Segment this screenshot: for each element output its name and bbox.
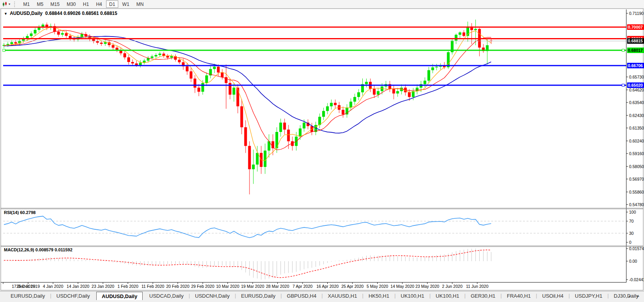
price-tick-label: 0.59160 <box>629 151 644 156</box>
date-tick-label: 25 Apr 2020 <box>341 284 364 289</box>
date-tick-label: 23 Jan 2020 <box>92 284 114 289</box>
date-tick-label: 7 Apr 2020 <box>293 284 313 289</box>
status-strip <box>0 300 644 302</box>
chart-tab-usdchf-daily[interactable]: USDCHF,Daily <box>51 291 95 300</box>
chart-tab-bar: EURUSD,Daily|USDCHF,Daily AUDUSD,Daily U… <box>0 291 644 300</box>
chart-tab-uk100-h1[interactable]: UK100,H1 <box>396 291 429 300</box>
price-tick-label: 0.64620 <box>629 88 644 92</box>
date-tick-label: 29 Feb 2020 <box>191 284 215 289</box>
price-tag-text: 0.70007 <box>628 25 643 29</box>
tab-scroll-left-icon[interactable]: ◄ <box>627 294 631 298</box>
rsi-scale-label: 70 <box>629 219 634 223</box>
macd-indicator-label: MACD(12,26,9) 0.008579 0.011592 <box>4 247 72 252</box>
line-handle[interactable] <box>3 49 5 51</box>
chart-tab-hk50-h1[interactable]: HK50,H1 <box>363 291 394 300</box>
chart-tab-usdcad-daily[interactable]: USDCAD,Daily <box>144 291 189 300</box>
price-tick-label: 0.55860 <box>629 190 644 194</box>
price-tag-text: 0.68017 <box>628 48 643 53</box>
chart-tab-eurusd-daily[interactable]: EURUSD,Daily <box>236 291 281 300</box>
chart-canvas[interactable]: 0.700070.690100.688150.680170.667060.650… <box>0 0 644 291</box>
price-tag-text: 0.68815 <box>628 38 643 43</box>
date-tick-label: 19 Mar 2020 <box>241 284 264 289</box>
date-tick-label: 11 Jun 2020 <box>466 284 488 289</box>
chart-tab-fra40-h1[interactable]: FRA40,H1 <box>502 291 536 300</box>
chart-tab-usoil-h4[interactable]: USOil,H4 <box>537 291 569 300</box>
chart-tab-usdjpy-h1[interactable]: USDJPY,H1 <box>570 291 607 300</box>
macd-scale-label: 0.00 <box>629 259 637 264</box>
date-tick-label: 20 Feb 2020 <box>166 284 189 289</box>
price-tick-label: 0.60240 <box>629 139 644 143</box>
macd-scale-label: -0.024412 <box>629 277 644 282</box>
date-tick-label: 2 Jun 2020 <box>442 284 462 289</box>
price-tick-label: 0.65730 <box>629 75 644 79</box>
price-tick-label: 0.71190 <box>629 11 644 16</box>
chart-tab-audusd-daily[interactable]: AUDUSD,Daily <box>96 292 143 300</box>
price-tag-text: 0.65020 <box>628 83 643 88</box>
price-tick-label: 0.56970 <box>629 177 644 181</box>
date-tick-label: 16 Apr 2020 <box>316 284 339 289</box>
price-tag-text: 0.66706 <box>628 63 643 68</box>
price-tick-label: 0.62430 <box>629 113 644 118</box>
line-handle[interactable] <box>622 49 624 51</box>
date-tick-label: 1 Feb 2020 <box>117 284 138 289</box>
chart-tab-gbpusd-h4[interactable]: GBPUSD,H4 <box>282 291 321 300</box>
rsi-scale-label: 0 <box>629 240 631 245</box>
price-tick-label: 0.63540 <box>629 100 644 105</box>
triangle-down-icon: ▼ <box>4 12 7 16</box>
date-tick-label: 23 May 2020 <box>415 284 439 289</box>
date-tick-label: 10 Mar 2020 <box>216 284 239 289</box>
rsi-scale-label: 100 <box>629 210 636 214</box>
date-tick-label: 5 May 2020 <box>367 284 388 289</box>
chart-symbol-label: AUDUSD,Daily <box>10 11 42 16</box>
date-tick-label: 14 May 2020 <box>391 284 415 289</box>
chart-ohlc-values: 0.68844 0.69026 0.68561 0.68815 <box>45 11 117 16</box>
price-tick-label: 0.61350 <box>629 126 644 130</box>
date-tick-label: 28 Mar 2020 <box>266 284 289 289</box>
date-tick-label: 4 Jan 2020 <box>43 284 63 289</box>
chart-tab-xauusd-h1[interactable]: XAUUSD,H1 <box>323 291 362 300</box>
mt4-application: 0.700070.690100.688150.680170.667060.650… <box>0 0 644 302</box>
date-tick-label: 14 Jan 2020 <box>67 284 90 289</box>
tab-scroll-arrows: ◄ ► <box>627 291 640 300</box>
chart-title: ▼AUDUSD,Daily 0.68844 0.69026 0.68561 0.… <box>4 11 117 16</box>
price-tick-label: 0.58050 <box>629 164 644 169</box>
rsi-scale-label: 30 <box>629 231 634 236</box>
chart-tab-ger30-h1[interactable]: GER30,H1 <box>466 291 501 300</box>
line-handle[interactable] <box>622 84 624 86</box>
chart-window-frame <box>1 9 643 290</box>
chart-tab-eurusd-daily[interactable]: EURUSD,Daily <box>6 291 50 300</box>
tab-scroll-right-icon[interactable]: ► <box>637 294 640 298</box>
date-tick-label: 26 Dec 2019 <box>17 284 40 289</box>
macd-scale-label: 0.015741 <box>629 246 644 251</box>
date-tick-label: 11 Feb 2020 <box>141 284 164 289</box>
chart-tab-usdcnh-daily[interactable]: USDCNH,Daily <box>190 291 235 300</box>
rsi-indicator-label: RSI(14) 60.2798 <box>4 210 36 215</box>
chart-tab-uk100-h1[interactable]: UK100,H1 <box>431 291 464 300</box>
price-tick-label: 0.54780 <box>629 202 644 207</box>
